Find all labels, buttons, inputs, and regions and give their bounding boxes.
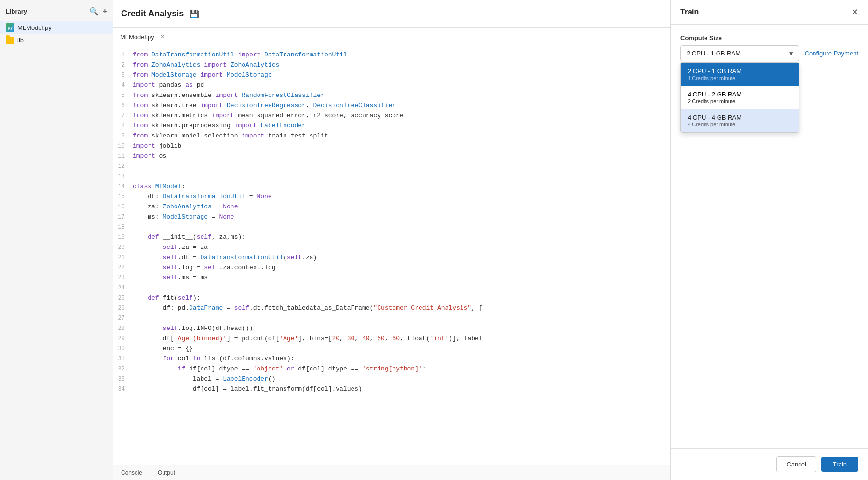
code-line: 18 [113,222,670,233]
topbar: Credit Analysis 💾 [113,0,670,28]
sidebar-item-lib[interactable]: lib [0,34,113,46]
train-panel: Train ✕ Compute Size 2 CPU - 1 GB RAM 4 … [670,0,868,480]
code-line: 7from sklearn.metrics import mean_square… [113,111,670,121]
code-line: 12 [113,162,670,172]
code-line: 31 for col in list(df.columns.values): [113,354,670,364]
code-line: 3from ModelStorage import ModelStorage [113,70,670,81]
train-button[interactable]: Train [821,457,858,472]
code-line: 5from sklearn.ensemble import RandomFore… [113,91,670,101]
page-title: Credit Analysis [121,9,184,19]
train-title: Train [680,8,699,16]
code-editor[interactable]: 1from DataTransformationUtil import Data… [113,46,670,465]
compute-size-select[interactable]: 2 CPU - 1 GB RAM 4 CPU - 2 GB RAM 4 CPU … [680,45,799,61]
sidebar: Library 🔍 + py MLModel.py lib [0,0,113,480]
train-body: Compute Size 2 CPU - 1 GB RAM 4 CPU - 2 … [671,25,868,448]
bottom-tabs: Console Output [113,465,670,480]
code-line: 29 df['Age (binned)'] = pd.cut(df['Age']… [113,334,670,344]
code-line: 1from DataTransformationUtil import Data… [113,50,670,60]
code-line: 16 za: ZohoAnalytics = None [113,202,670,212]
close-icon[interactable]: ✕ [851,8,858,16]
option-main-label: 4 CPU - 2 GB RAM [688,91,792,98]
dropdown-option-4cpu-4gb[interactable]: 4 CPU - 4 GB RAM 4 Credits per minute [681,109,799,132]
compute-row: 2 CPU - 1 GB RAM 4 CPU - 2 GB RAM 4 CPU … [680,45,858,61]
dropdown-option-2cpu-1gb[interactable]: 2 CPU - 1 GB RAM 1 Credits per minute [681,63,799,86]
code-line: 25 def fit(self): [113,293,670,303]
code-line: 6from sklearn.tree import DecisionTreeRe… [113,101,670,111]
folder-icon [6,37,14,44]
add-icon[interactable]: + [103,7,107,16]
code-line: 24 [113,283,670,293]
tab-label: MLModel.py [120,33,154,41]
option-sub-label: 2 Credits per minute [688,98,792,104]
sidebar-item-label: MLModel.py [17,24,52,31]
code-line: 4import pandas as pd [113,81,670,91]
code-line: 15 dt: DataTransformationUtil = None [113,192,670,202]
cancel-button[interactable]: Cancel [776,456,816,472]
code-line: 2from ZohoAnalytics import ZohoAnalytics [113,60,670,70]
code-line: 26 df: pd.DataFrame = self.dt.fetch_tabl… [113,303,670,314]
code-line: 23 self.ms = ms [113,273,670,283]
code-line: 8from sklearn.preprocessing import Label… [113,121,670,131]
tabbar: MLModel.py ✕ [113,28,670,46]
code-line: 20 self.za = za [113,243,670,253]
code-line: 22 self.log = self.za.context.log [113,263,670,273]
code-line: 14class MLModel: [113,182,670,192]
code-line: 9from sklearn.model_selection import tra… [113,131,670,141]
code-line: 28 self.log.INFO(df.head()) [113,324,670,334]
code-line: 34 df[col] = label.fit_transform(df[col]… [113,384,670,395]
tab-mlmodel[interactable]: MLModel.py ✕ [113,28,172,46]
tab-close-icon[interactable]: ✕ [160,33,165,40]
compute-dropdown-menu: 2 CPU - 1 GB RAM 1 Credits per minute 4 … [680,62,799,133]
option-sub-label: 1 Credits per minute [688,75,792,81]
train-header: Train ✕ [671,0,868,25]
code-line: 10import joblib [113,141,670,151]
console-tab-label: Console [121,469,142,476]
train-footer: Cancel Train [671,448,868,480]
sidebar-item-label: lib [17,37,24,44]
code-line: 27 [113,314,670,324]
sidebar-header: Library 🔍 + [0,0,113,21]
sidebar-header-icons: 🔍 + [89,7,107,16]
bottom-tab-output[interactable]: Output [150,465,183,480]
code-line: 21 self.dt = DataTransformationUtil(self… [113,253,670,263]
main-area: Credit Analysis 💾 MLModel.py ✕ 1from Dat… [113,0,670,480]
configure-payment-link[interactable]: Configure Payment [805,50,858,57]
file-icon: py [6,23,14,32]
option-main-label: 2 CPU - 1 GB RAM [688,68,792,75]
compute-dropdown-wrapper: 2 CPU - 1 GB RAM 4 CPU - 2 GB RAM 4 CPU … [680,45,799,61]
save-icon[interactable]: 💾 [190,9,199,18]
option-main-label: 4 CPU - 4 GB RAM [688,114,792,121]
output-tab-label: Output [158,469,175,476]
compute-size-label: Compute Size [680,34,858,41]
option-sub-label: 4 Credits per minute [688,122,792,127]
sidebar-title: Library [6,8,27,15]
code-line: 13 [113,172,670,182]
code-line: 30 enc = {} [113,344,670,354]
dropdown-option-4cpu-2gb[interactable]: 4 CPU - 2 GB RAM 2 Credits per minute [681,86,799,109]
code-line: 32 if df[col].dtype == 'object' or df[co… [113,364,670,374]
code-line: 17 ms: ModelStorage = None [113,212,670,222]
code-line: 11import os [113,151,670,162]
bottom-tab-console[interactable]: Console [113,465,150,480]
code-line: 19 def __init__(self, za,ms): [113,233,670,243]
code-line: 33 label = LabelEncoder() [113,374,670,384]
search-icon[interactable]: 🔍 [89,7,99,16]
sidebar-item-mlmodel[interactable]: py MLModel.py [0,21,113,34]
